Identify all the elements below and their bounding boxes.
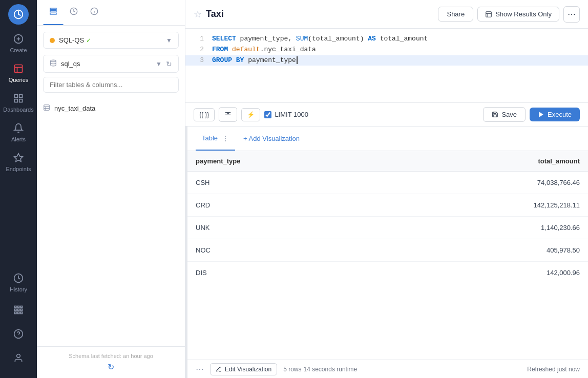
sidebar-item-dashboards-label: Dashboards bbox=[3, 107, 33, 113]
svg-rect-15 bbox=[20, 306, 22, 308]
col-header-payment-type: payment_type bbox=[187, 151, 385, 172]
status-more-icon[interactable]: ⋯ bbox=[196, 364, 204, 374]
svg-point-32 bbox=[51, 60, 56, 62]
create-icon bbox=[13, 34, 24, 46]
svg-rect-14 bbox=[17, 306, 19, 308]
sidebar-item-queries[interactable]: Queries bbox=[0, 58, 37, 88]
cell-payment-type: NOC bbox=[187, 239, 385, 262]
schema-refresh-icon[interactable]: ↻ bbox=[166, 60, 172, 68]
edit-visualization-button[interactable]: Edit Visualization bbox=[210, 363, 277, 375]
col-header-total-amount: total_amount bbox=[385, 151, 588, 172]
table-row: CRD142,125,218.11 bbox=[187, 194, 588, 217]
svg-rect-26 bbox=[50, 11, 56, 12]
cell-payment-type: DIS bbox=[187, 262, 385, 284]
datasource-name: SQL-QS bbox=[59, 36, 84, 44]
indent-icon bbox=[224, 112, 232, 119]
query-editor[interactable]: 1 SELECT payment_type, SUM(total_amount)… bbox=[185, 29, 588, 103]
svg-rect-19 bbox=[14, 312, 16, 313]
save-button[interactable]: Save bbox=[483, 107, 526, 122]
save-icon bbox=[492, 111, 498, 118]
tab-schema[interactable] bbox=[43, 0, 64, 25]
sidebar-item-history-label: History bbox=[10, 286, 27, 292]
indent-button[interactable] bbox=[219, 107, 237, 122]
execute-button[interactable]: Execute bbox=[530, 108, 580, 121]
sidebar-item-alerts[interactable]: Alerts bbox=[0, 118, 37, 148]
svg-rect-17 bbox=[17, 309, 19, 310]
edit-viz-label: Edit Visualization bbox=[225, 366, 271, 373]
tab-table-more-icon[interactable]: ⋮ bbox=[222, 134, 229, 142]
topbar: ☆ Taxi Share Show Results Only ⋯ bbox=[185, 0, 588, 29]
sidebar-item-queries-label: Queries bbox=[9, 77, 29, 83]
svg-rect-18 bbox=[20, 309, 22, 310]
svg-rect-25 bbox=[50, 8, 56, 10]
tab-history[interactable] bbox=[64, 0, 84, 25]
table-name: nyc_taxi_data bbox=[54, 104, 95, 112]
schema-db-icon bbox=[50, 59, 57, 68]
left-panel-tabs bbox=[37, 0, 185, 26]
favorite-icon[interactable]: ☆ bbox=[194, 9, 202, 20]
results-tabs: Table ⋮ + Add Visualization bbox=[187, 127, 588, 151]
svg-rect-10 bbox=[19, 99, 23, 102]
editor-area: 1 SELECT payment_type, SUM(total_amount)… bbox=[185, 29, 588, 378]
query-toolbar: {{ }} ⚡ LIMIT 1000 Save Execute bbox=[185, 103, 588, 127]
row-count: 5 rows bbox=[283, 366, 301, 373]
table-list: nyc_taxi_data bbox=[37, 97, 185, 346]
tab-table[interactable]: Table ⋮ bbox=[196, 127, 235, 151]
datasource-selector[interactable]: SQL-QS ✓ ▼ bbox=[43, 32, 179, 49]
sidebar-item-create-label: Create bbox=[10, 47, 27, 53]
code-line-1: 1 SELECT payment_type, SUM(total_amount)… bbox=[185, 34, 588, 45]
limit-checkbox-input[interactable] bbox=[264, 111, 271, 118]
queries-icon bbox=[13, 64, 24, 75]
topbar-actions: Share Show Results Only ⋯ bbox=[438, 6, 580, 23]
cell-total-amount: 142,125,218.11 bbox=[385, 194, 588, 217]
datasource-check-icon: ✓ bbox=[86, 37, 91, 44]
sidebar: Create Queries Dashboards Alerts Endpoin… bbox=[0, 0, 37, 378]
user-icon bbox=[13, 353, 24, 365]
schema-selector[interactable]: sql_qs ▼ ↻ bbox=[43, 55, 179, 73]
status-bar: ⋯ Edit Visualization 5 rows 14 seconds r… bbox=[187, 360, 588, 378]
svg-point-24 bbox=[17, 354, 20, 358]
edit-icon bbox=[216, 366, 222, 372]
line-content-3: GROUP BY payment_type bbox=[212, 55, 302, 66]
table-item-nyc-taxi[interactable]: nyc_taxi_data bbox=[43, 101, 179, 116]
limit-label: LIMIT 1000 bbox=[275, 111, 308, 118]
app-logo[interactable] bbox=[8, 4, 29, 25]
schema-fetched-text: Schema last fetched: an hour ago bbox=[69, 353, 153, 359]
dashboards-icon bbox=[13, 93, 24, 105]
format-button[interactable]: {{ }} bbox=[194, 108, 215, 121]
tab-table-label: Table bbox=[202, 134, 218, 142]
add-visualization-button[interactable]: + Add Visualization bbox=[237, 132, 306, 145]
table-row: NOC405,978.50 bbox=[187, 239, 588, 262]
lightning-button[interactable]: ⚡ bbox=[241, 108, 260, 121]
svg-rect-16 bbox=[14, 309, 16, 310]
data-table-wrap: payment_type total_amount CSH74,038,766.… bbox=[187, 151, 588, 360]
sidebar-item-dashboards[interactable]: Dashboards bbox=[0, 88, 37, 118]
sidebar-item-grid[interactable] bbox=[10, 300, 27, 322]
line-num-3: 3 bbox=[192, 55, 204, 66]
lightning-icon: ⚡ bbox=[247, 111, 255, 118]
filter-input[interactable] bbox=[43, 77, 179, 93]
svg-rect-8 bbox=[19, 95, 23, 98]
sidebar-item-user[interactable] bbox=[10, 348, 27, 370]
cell-total-amount: 405,978.50 bbox=[385, 239, 588, 262]
sidebar-item-help[interactable] bbox=[10, 324, 27, 346]
cell-payment-type: UNK bbox=[187, 217, 385, 239]
more-options-button[interactable]: ⋯ bbox=[563, 6, 580, 23]
share-button[interactable]: Share bbox=[438, 7, 473, 22]
main-content: ☆ Taxi Share Show Results Only ⋯ 1 SELEC… bbox=[185, 0, 588, 378]
left-panel: SQL-QS ✓ ▼ sql_qs ▼ ↻ nyc_taxi_data Sche… bbox=[37, 0, 185, 378]
sidebar-item-endpoints[interactable]: Endpoints bbox=[0, 148, 37, 177]
tab-info[interactable] bbox=[84, 0, 104, 25]
show-results-button[interactable]: Show Results Only bbox=[477, 7, 559, 22]
cell-payment-type: CRD bbox=[187, 194, 385, 217]
cell-total-amount: 1,140,230.66 bbox=[385, 217, 588, 239]
footer-refresh-icon[interactable]: ↻ bbox=[108, 362, 114, 372]
sidebar-item-history[interactable]: History bbox=[10, 268, 27, 298]
runtime-text: 14 seconds runtime bbox=[304, 366, 358, 373]
svg-marker-11 bbox=[14, 154, 23, 162]
line-content-2: FROM default.nyc_taxi_data bbox=[212, 45, 316, 55]
more-icon: ⋯ bbox=[568, 9, 576, 19]
alerts-icon bbox=[13, 123, 24, 135]
limit-checkbox[interactable]: LIMIT 1000 bbox=[264, 111, 308, 118]
sidebar-item-create[interactable]: Create bbox=[0, 29, 37, 58]
